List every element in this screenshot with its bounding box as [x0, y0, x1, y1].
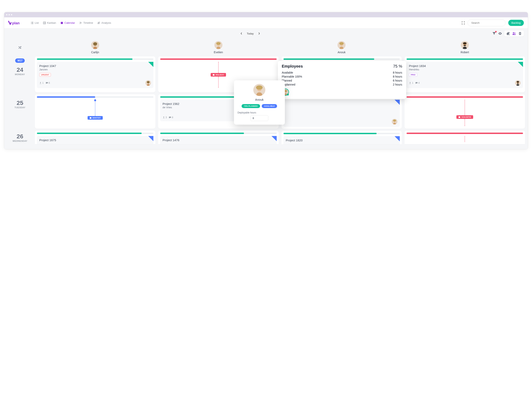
timeline-icon	[79, 22, 82, 24]
view-list[interactable]: List	[31, 21, 39, 24]
filter-icon[interactable]	[492, 32, 496, 35]
search-box[interactable]	[468, 19, 506, 26]
column-header: Carlijn	[35, 38, 155, 56]
project-card[interactable]	[284, 100, 400, 127]
column-name: Anouk	[338, 51, 346, 54]
pill-dentist[interactable]: DENTIST	[88, 116, 103, 120]
day-cell[interactable]: Project 1675	[35, 131, 155, 144]
svg-rect-25	[80, 23, 82, 23]
day-cell[interactable]: Project 1047 Janzen URGENT 1 6	[35, 56, 155, 92]
project-card-1047[interactable]: Project 1047 Janzen URGENT 1 6	[37, 62, 153, 88]
comment-icon	[415, 82, 418, 84]
card-corner	[395, 136, 400, 141]
project-card-1820[interactable]: Project 1820	[284, 136, 400, 144]
pill-available: AVAILABLE	[262, 104, 277, 108]
timeline-dot	[94, 99, 96, 101]
backlog-button[interactable]: Backlog	[508, 20, 524, 26]
calendar-icon	[89, 117, 92, 119]
calendar-icon	[458, 116, 460, 118]
svg-rect-39	[213, 74, 215, 76]
project-card-1476[interactable]: Project 1476	[160, 136, 277, 144]
fullscreen-icon[interactable]	[462, 21, 465, 25]
pill-planned: 75% PLANNED	[241, 104, 260, 108]
employees-row: Planned6 hours	[282, 79, 402, 82]
status-pills: 75% PLANNED AVAILABLE	[238, 104, 281, 108]
deployable-input[interactable]	[250, 115, 268, 121]
employees-row: Available8 hours	[282, 71, 402, 75]
svg-rect-21	[61, 22, 63, 23]
svg-rect-36	[519, 33, 521, 34]
assignee-avatar[interactable]	[515, 80, 521, 86]
calendar-icon	[60, 22, 63, 24]
card-meta: 1 4	[409, 81, 419, 84]
search-input[interactable]	[471, 21, 505, 24]
today-label[interactable]: Today	[247, 32, 254, 35]
comment-icon	[169, 116, 171, 119]
svg-rect-38	[90, 117, 91, 119]
day-cell[interactable]: DENTIST	[35, 94, 155, 129]
deployable-label: Deployable hours	[238, 111, 281, 114]
view-timeline[interactable]: Timeline	[79, 21, 93, 24]
avatar-carlijn[interactable]	[91, 41, 99, 49]
subbar: Today	[4, 29, 528, 38]
shuffle-icon[interactable]	[18, 46, 22, 49]
list-icon	[31, 22, 33, 24]
view-label: Analysis	[101, 21, 111, 24]
archive-icon[interactable]	[518, 32, 522, 35]
assignee-avatar[interactable]	[146, 80, 151, 86]
assignee-avatar[interactable]	[392, 119, 397, 125]
view-calendar[interactable]: Calendar	[60, 21, 75, 24]
column-name: Evelien	[214, 51, 223, 54]
svg-rect-26	[80, 23, 81, 24]
view-analysis[interactable]: Analysis	[97, 21, 111, 24]
day-cell[interactable]: Project 1820	[281, 131, 402, 144]
project-card-1675[interactable]: Project 1675	[37, 136, 153, 144]
chevron-left-icon[interactable]	[240, 32, 242, 35]
day-cell[interactable]: Project 1834 Hendriks PRIO 1 4	[405, 56, 525, 92]
view-label: Timeline	[83, 21, 93, 24]
column-carlijn: Carlijn Project 1047 Janzen URGENT	[35, 38, 155, 146]
card-corner	[148, 62, 153, 67]
avatar-evelien[interactable]	[215, 41, 222, 49]
day-cell[interactable]: Employees 75 % Available8 hours Plannabl…	[281, 56, 402, 92]
avatar-robert[interactable]	[461, 41, 469, 49]
card-title: Project 1820	[286, 139, 398, 142]
card-title: Project 1476	[163, 138, 274, 142]
svg-rect-24	[80, 22, 81, 22]
svg-rect-37	[519, 34, 521, 34]
card-tag-prio: PRIO	[409, 73, 417, 77]
progress-bar	[284, 58, 400, 60]
chevron-right-icon[interactable]	[258, 32, 260, 35]
avatar-anouk[interactable]	[337, 41, 346, 49]
svg-rect-22	[61, 22, 62, 22]
progress-bar	[37, 133, 153, 134]
eye-icon[interactable]	[498, 32, 502, 35]
people-icon[interactable]	[512, 32, 516, 35]
brand-logo[interactable]: plan	[8, 20, 25, 26]
card-client: Hendriks	[409, 68, 521, 71]
timeline-line	[465, 119, 465, 126]
comment-icon	[46, 82, 48, 84]
view-kanban[interactable]: Kanban	[43, 21, 56, 24]
column-header: Robert	[405, 38, 525, 56]
topbar-right: Backlog	[462, 19, 524, 26]
progress-bar	[406, 133, 523, 134]
svg-rect-17	[43, 22, 46, 24]
column-anouk: Anouk Employees 75 % Available8 hours Pl…	[281, 38, 402, 146]
day-cell[interactable]: VAKANTIE	[405, 94, 525, 129]
gutter: W17 24 MONDAY 25 TUESDAY 26 WEDNESDAY	[7, 38, 33, 146]
pill-holiday[interactable]: HOLIDAY	[211, 73, 226, 77]
day-cell[interactable]: Project 1476	[158, 131, 279, 144]
popover-name: Anouk	[238, 98, 281, 101]
day-cell[interactable]	[405, 131, 525, 144]
column-header: Evelien	[158, 38, 279, 56]
browser-frame: plan List Kanban Calendar Time	[4, 12, 528, 149]
svg-rect-27	[98, 23, 98, 24]
puzzle-icon[interactable]	[506, 32, 510, 35]
project-card-1834[interactable]: Project 1834 Hendriks PRIO 1 4	[406, 62, 523, 88]
pill-vakantie[interactable]: VAKANTIE	[456, 115, 473, 119]
day-cell[interactable]	[281, 94, 402, 129]
column-name: Carlijn	[91, 51, 99, 54]
svg-rect-15	[31, 24, 31, 24]
svg-rect-11	[31, 22, 31, 22]
